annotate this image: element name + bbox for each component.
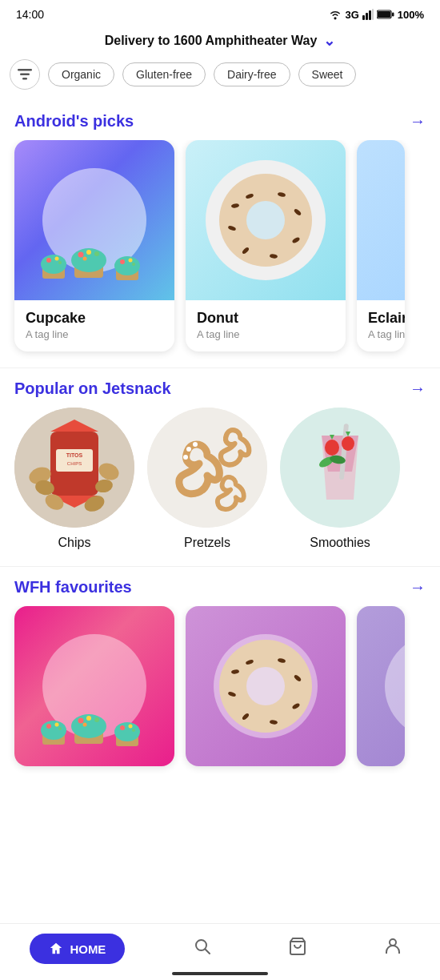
- pick-card-donut[interactable]: Donut A tag line: [186, 140, 346, 351]
- svg-point-52: [183, 455, 188, 460]
- pick-card-donut-tagline: A tag line: [197, 328, 334, 340]
- svg-line-88: [206, 950, 210, 954]
- pick-card-eclair-info: Eclair A tag line: [357, 300, 405, 351]
- chips-food-image: TITOS CHIPS: [14, 408, 134, 528]
- popular-title: Popular on Jetsnack: [14, 380, 171, 398]
- cart-nav-button[interactable]: [280, 934, 315, 964]
- svg-point-62: [41, 721, 66, 740]
- svg-rect-3: [372, 9, 374, 20]
- wfh-section: WFH favourites →: [0, 567, 440, 862]
- svg-point-23: [120, 259, 125, 264]
- svg-point-51: [193, 442, 198, 447]
- popular-item-smoothies[interactable]: Smoothies: [280, 408, 400, 550]
- svg-text:TITOS: TITOS: [66, 452, 83, 458]
- battery-label: 100%: [398, 9, 424, 21]
- pick-card-cupcake-tagline: A tag line: [26, 328, 163, 340]
- svg-point-11: [41, 255, 66, 274]
- home-indicator: [172, 972, 268, 975]
- smoothies-food-image: [280, 408, 400, 528]
- signal-label: 3G: [345, 9, 358, 21]
- status-icons: 3G 100%: [329, 9, 424, 21]
- search-icon: [193, 937, 212, 956]
- wifi-icon: [329, 9, 342, 20]
- svg-point-19: [94, 251, 99, 256]
- popular-item-pretzels[interactable]: Pretzels: [147, 408, 267, 550]
- svg-rect-0: [362, 15, 365, 20]
- wfh-card-cupcake-image: [14, 606, 174, 766]
- svg-point-49: [147, 408, 267, 528]
- popular-smoothies-image: [280, 408, 400, 528]
- svg-text:CHIPS: CHIPS: [67, 461, 82, 466]
- android-picks-section: Android's picks →: [0, 101, 440, 368]
- svg-point-25: [132, 263, 135, 266]
- status-time: 14:00: [16, 8, 44, 21]
- filter-chip-sweet[interactable]: Sweet: [298, 62, 357, 86]
- battery-icon: [377, 10, 394, 19]
- signal-icon: [362, 9, 374, 20]
- pick-card-eclair[interactable]: Eclair A tag line: [357, 140, 405, 351]
- wfh-cupcake-food-image: [26, 662, 162, 766]
- popular-item-chips[interactable]: TITOS CHIPS Chips: [14, 408, 134, 550]
- svg-point-75: [129, 725, 133, 729]
- popular-smoothies-label: Smoothies: [310, 536, 370, 550]
- pick-card-cupcake-image: [14, 140, 174, 300]
- android-picks-title: Android's picks: [14, 112, 134, 131]
- android-picks-header: Android's picks →: [0, 101, 440, 140]
- svg-rect-2: [369, 10, 371, 20]
- wfh-arrow[interactable]: →: [410, 578, 426, 596]
- svg-point-24: [129, 259, 133, 263]
- profile-nav-button[interactable]: [375, 934, 410, 964]
- svg-rect-1: [366, 13, 368, 20]
- svg-point-50: [186, 447, 191, 452]
- svg-point-22: [114, 256, 140, 275]
- pick-card-cupcake[interactable]: Cupcake A tag line: [14, 140, 174, 351]
- android-picks-arrow[interactable]: →: [410, 112, 426, 131]
- filter-chip-dairyfree[interactable]: Dairy-free: [214, 62, 290, 86]
- pick-card-cupcake-name: Cupcake: [26, 310, 163, 327]
- svg-point-14: [58, 261, 62, 264]
- popular-chips-image: TITOS CHIPS: [14, 408, 134, 528]
- svg-point-73: [114, 722, 140, 741]
- pick-card-eclair-tagline: A tag line: [368, 328, 405, 340]
- pick-card-donut-name: Donut: [197, 310, 334, 327]
- svg-point-68: [78, 718, 84, 724]
- wfh-donut-food-image: [210, 630, 322, 742]
- delivery-header[interactable]: Delivery to 1600 Amphitheater Way ⌄: [0, 26, 440, 59]
- wfh-card-donut[interactable]: [186, 606, 346, 766]
- svg-point-12: [46, 258, 51, 263]
- home-label: HOME: [70, 942, 106, 956]
- svg-point-57: [342, 436, 354, 451]
- svg-point-90: [390, 939, 396, 946]
- android-picks-scroll: Cupcake A tag line: [0, 140, 440, 368]
- svg-point-55: [325, 440, 339, 456]
- filter-chip-organic[interactable]: Organic: [48, 62, 114, 86]
- wfh-header: WFH favourites →: [0, 567, 440, 606]
- svg-point-17: [78, 252, 84, 258]
- delivery-label: Delivery to 1600 Amphitheater Way: [105, 34, 318, 48]
- filter-icon-button[interactable]: [10, 59, 40, 90]
- wfh-card-eclair[interactable]: [357, 606, 405, 766]
- filter-lines-icon: [18, 69, 32, 80]
- filter-row: Organic Gluten-free Dairy-free Sweet: [0, 59, 440, 101]
- svg-point-27: [246, 201, 285, 239]
- status-bar: 14:00 3G 100%: [0, 0, 440, 26]
- search-nav-button[interactable]: [185, 934, 220, 964]
- popular-arrow[interactable]: →: [410, 380, 426, 398]
- delivery-chevron-icon[interactable]: ⌄: [323, 32, 335, 50]
- wfh-card-cupcake[interactable]: [14, 606, 174, 766]
- home-nav-button[interactable]: HOME: [30, 934, 125, 964]
- svg-point-63: [46, 724, 51, 729]
- wfh-title: WFH favourites: [14, 578, 132, 596]
- wfh-cards-scroll: [0, 606, 440, 782]
- svg-rect-7: [18, 69, 32, 71]
- popular-chips-label: Chips: [58, 536, 91, 550]
- filter-chip-glutenfree[interactable]: Gluten-free: [122, 62, 206, 86]
- svg-point-65: [58, 727, 62, 730]
- svg-rect-6: [392, 13, 394, 17]
- cart-icon: [288, 937, 307, 956]
- svg-point-18: [86, 250, 91, 255]
- popular-pretzels-image: [147, 408, 267, 528]
- pick-card-donut-info: Donut A tag line: [186, 300, 346, 351]
- popular-pretzels-label: Pretzels: [184, 536, 230, 550]
- pick-card-cupcake-info: Cupcake A tag line: [14, 300, 174, 351]
